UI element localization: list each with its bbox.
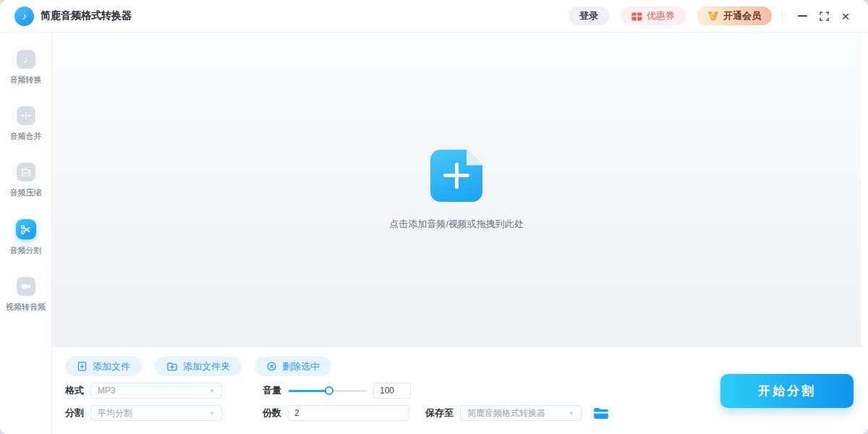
music-note-glyph: ♪ bbox=[22, 10, 27, 22]
app-title: 简鹿音频格式转换器 bbox=[41, 9, 132, 22]
volume-slider[interactable] bbox=[289, 390, 366, 392]
sidebar-item-label: 音频压缩 bbox=[10, 187, 42, 198]
merge-arrows-icon bbox=[17, 106, 35, 125]
volume-slider-fill bbox=[289, 390, 329, 392]
add-folder-label: 添加文件夹 bbox=[183, 360, 230, 373]
music-note-glyph: ♪ bbox=[23, 54, 28, 65]
sidebar-item-label: 音频分割 bbox=[10, 245, 42, 256]
coupon-icon bbox=[631, 12, 642, 21]
drop-zone-hint: 点击添加音频/视频或拖拽到此处 bbox=[389, 218, 524, 231]
app-window: ♪ 简鹿音频格式转换器 登录 优惠券 开通会员 bbox=[0, 0, 868, 434]
split-mode-value: 平均分割 bbox=[98, 407, 132, 420]
minimize-icon bbox=[798, 15, 807, 17]
add-file-tile-icon[interactable] bbox=[430, 150, 482, 202]
add-file-button[interactable]: 添加文件 bbox=[65, 357, 142, 376]
sidebar-item-audio-merge[interactable]: 音频合并 bbox=[10, 106, 42, 142]
sidebar-item-audio-split[interactable]: 音频分割 bbox=[10, 219, 42, 256]
sidebar-item-label: 音频转换 bbox=[10, 75, 42, 85]
format-label: 格式 bbox=[65, 384, 84, 397]
file-plus-icon bbox=[77, 361, 88, 372]
bottom-panel: 添加文件 添加文件夹 删除选中 bbox=[52, 347, 868, 434]
titlebar: ♪ 简鹿音频格式转换器 登录 优惠券 开通会员 bbox=[0, 0, 868, 33]
volume-input[interactable] bbox=[373, 383, 411, 399]
folder-plus-icon bbox=[166, 361, 178, 372]
login-button[interactable]: 登录 bbox=[569, 7, 609, 25]
format-value: MP3 bbox=[98, 386, 116, 396]
sidebar-item-audio-convert[interactable]: ♪ 音频转换 bbox=[10, 50, 42, 85]
titlebar-actions: 登录 优惠券 开通会员 × bbox=[569, 5, 856, 27]
count-input[interactable] bbox=[288, 405, 409, 421]
volume-label: 音量 bbox=[263, 384, 281, 397]
close-icon: × bbox=[841, 9, 849, 23]
circle-x-icon bbox=[266, 361, 277, 372]
volume-slider-handle[interactable] bbox=[325, 386, 333, 395]
video-camera-icon bbox=[17, 277, 35, 296]
start-split-button[interactable]: 开始分割 bbox=[720, 374, 854, 408]
maximize-icon bbox=[820, 12, 829, 21]
main-panel: 点击添加音频/视频或拖拽到此处 添加文件 添加文件夹 bbox=[52, 33, 868, 434]
file-toolbar: 添加文件 添加文件夹 删除选中 bbox=[65, 347, 868, 376]
compress-file-icon bbox=[17, 163, 35, 182]
sidebar: ♪ 音频转换 音频合并 音频压缩 音频分割 bbox=[0, 33, 52, 434]
minimize-button[interactable] bbox=[791, 5, 813, 27]
delete-selected-label: 删除选中 bbox=[282, 360, 320, 373]
chevron-down-icon: ▼ bbox=[209, 388, 215, 394]
count-label: 份数 bbox=[263, 407, 281, 420]
add-folder-button[interactable]: 添加文件夹 bbox=[155, 357, 242, 376]
login-label: 登录 bbox=[579, 9, 598, 22]
plus-icon bbox=[443, 163, 469, 189]
coupon-label: 优惠券 bbox=[647, 9, 675, 22]
music-note-icon: ♪ bbox=[17, 50, 35, 69]
sidebar-item-audio-compress[interactable]: 音频压缩 bbox=[10, 163, 42, 198]
sidebar-item-video-to-audio[interactable]: 视频转音频 bbox=[6, 277, 46, 312]
sidebar-item-label: 音频合并 bbox=[10, 131, 42, 142]
vip-label: 开通会员 bbox=[723, 9, 761, 22]
split-mode-label: 分割 bbox=[65, 407, 84, 420]
chevron-down-icon: ▼ bbox=[569, 410, 574, 417]
coupon-button[interactable]: 优惠券 bbox=[621, 7, 686, 25]
vip-crown-icon bbox=[707, 11, 719, 21]
file-drop-zone[interactable]: 点击添加音频/视频或拖拽到此处 bbox=[52, 33, 861, 347]
open-folder-button[interactable] bbox=[592, 405, 610, 421]
maximize-button[interactable] bbox=[813, 5, 835, 27]
folder-icon bbox=[593, 407, 609, 420]
format-select[interactable]: MP3 ▼ bbox=[90, 383, 222, 399]
save-to-label: 保存至 bbox=[425, 407, 454, 420]
close-button[interactable]: × bbox=[835, 5, 856, 27]
sidebar-item-label: 视频转音频 bbox=[6, 302, 46, 312]
vip-button[interactable]: 开通会员 bbox=[697, 7, 772, 25]
save-to-value: 简鹿音频格式转换器 bbox=[467, 407, 545, 420]
app-logo-icon: ♪ bbox=[14, 7, 34, 26]
delete-selected-button[interactable]: 删除选中 bbox=[255, 357, 331, 376]
add-file-label: 添加文件 bbox=[93, 360, 130, 373]
titlebar-divider bbox=[782, 10, 783, 22]
split-mode-select[interactable]: 平均分割 ▼ bbox=[90, 405, 222, 421]
chevron-down-icon: ▼ bbox=[209, 410, 215, 417]
scissors-icon bbox=[16, 219, 36, 239]
save-to-select[interactable]: 简鹿音频格式转换器 ▼ bbox=[460, 405, 582, 421]
